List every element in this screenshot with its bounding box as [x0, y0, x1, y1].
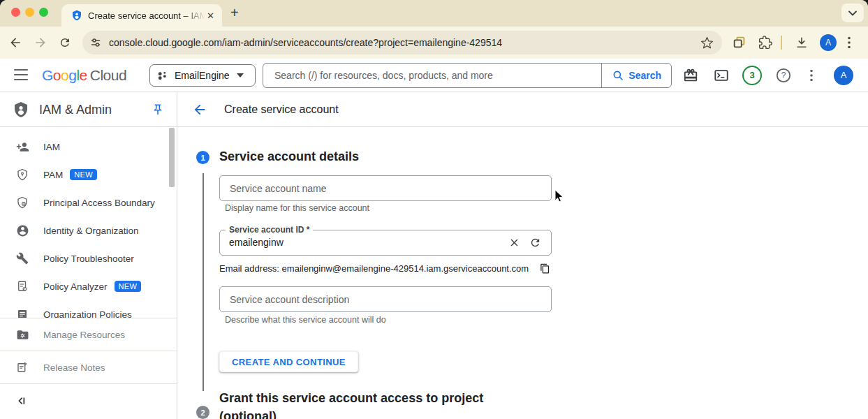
- tab-search-chevron-button[interactable]: [841, 3, 864, 22]
- service-account-name-input[interactable]: [219, 175, 552, 201]
- browser-profile-avatar[interactable]: A: [820, 34, 837, 51]
- tab-title: Create service account – IAM: [88, 10, 205, 21]
- address-bar[interactable]: console.cloud.google.com/iam-admin/servi…: [82, 31, 722, 54]
- project-selector-button[interactable]: EmailEngine: [149, 64, 256, 87]
- sidebar-pinned-section: Manage Resources Release Notes: [0, 318, 177, 419]
- account-avatar[interactable]: A: [834, 66, 853, 85]
- avatar: A: [834, 66, 853, 85]
- iam-admin-shield-icon: [13, 101, 29, 118]
- logo-letter: G: [42, 67, 53, 83]
- iam-admin-panel-header: IAM & Admin: [0, 92, 177, 127]
- window-zoom-button[interactable]: [39, 8, 48, 17]
- step-1-title: Service account details: [219, 149, 359, 164]
- new-badge: NEW: [115, 281, 142, 292]
- copy-icon[interactable]: [540, 263, 550, 274]
- sidebar-item-label: Principal Access Boundary: [43, 198, 155, 208]
- create-service-account-form: 1 Service account details Display name f…: [177, 127, 868, 419]
- bookmark-star-icon[interactable]: [700, 36, 714, 50]
- step-2-title: Grant this service account access to pro…: [219, 389, 568, 419]
- downloads-icon[interactable]: [795, 36, 809, 50]
- page-title: Create service account: [224, 103, 339, 116]
- sidebar-item-identity-organization[interactable]: Identity & Organization: [0, 216, 177, 244]
- browser-tab[interactable]: Create service account – IAM ✕: [61, 4, 222, 27]
- sidebar-scrollbar[interactable]: [169, 128, 175, 187]
- toolbar-divider: [781, 36, 782, 50]
- service-account-id-value[interactable]: emailenginw: [229, 237, 284, 248]
- service-account-id-field[interactable]: Service account ID * emailenginw: [219, 230, 552, 256]
- google-cloud-logo[interactable]: GoogleCloud: [42, 67, 126, 84]
- free-trial-gift-icon[interactable]: [683, 68, 698, 83]
- service-account-description-input[interactable]: [219, 286, 552, 312]
- back-button[interactable]: [8, 36, 22, 50]
- sidebar-item-label: PAM: [43, 170, 63, 180]
- nav-menu-icon[interactable]: [14, 69, 28, 80]
- project-caret-icon: [237, 73, 244, 78]
- page-title-row: Create service account: [177, 92, 868, 127]
- sidebar-item-label: Policy Troubleshooter: [43, 253, 134, 264]
- mouse-cursor: [554, 189, 564, 203]
- sidebar-collapse-row: [0, 384, 177, 418]
- stepper-connector-line: [203, 173, 204, 391]
- create-and-continue-button[interactable]: CREATE AND CONTINUE: [219, 351, 358, 372]
- search-button[interactable]: Search: [601, 64, 671, 87]
- step-1-badge: 1: [196, 151, 209, 164]
- browser-menu-icon[interactable]: [848, 36, 851, 49]
- chevron-down-icon: [848, 10, 857, 16]
- sidebar-nav: IAM PAM NEW Principal Access Boundary Id…: [0, 127, 177, 419]
- sidebar-item-label: Policy Analyzer: [43, 281, 108, 292]
- sidebar-item-label: Release Notes: [43, 362, 105, 373]
- clear-icon[interactable]: [508, 237, 520, 251]
- sidebar-item-label: Identity & Organization: [43, 226, 139, 236]
- reload-button[interactable]: [59, 36, 71, 49]
- collapse-sidebar-icon[interactable]: [15, 395, 27, 406]
- shield-person-icon: [15, 196, 29, 210]
- tab-organizer-icon[interactable]: [732, 35, 747, 50]
- extensions-icon[interactable]: [758, 36, 772, 50]
- sidebar-item-iam[interactable]: IAM: [0, 133, 177, 161]
- back-arrow-icon[interactable]: [192, 102, 207, 117]
- tab-close-icon[interactable]: ✕: [207, 11, 214, 20]
- help-icon[interactable]: ?: [775, 67, 792, 84]
- logo-letter: o: [61, 67, 68, 83]
- notifications-count-badge[interactable]: 3: [742, 66, 762, 85]
- step-2-subtitle: (optional): [219, 409, 277, 419]
- email-address-line: Email address: emailenginw@emailengine-4…: [219, 263, 550, 274]
- iam-favicon-icon: [71, 10, 82, 21]
- window-close-button[interactable]: [11, 8, 20, 17]
- sidebar-item-pam[interactable]: PAM NEW: [0, 161, 177, 189]
- logo-cloud-text: Cloud: [90, 67, 126, 83]
- notification-count: 3: [742, 66, 762, 85]
- cloud-shell-icon[interactable]: [714, 68, 729, 83]
- sidebar-item-policy-analyzer[interactable]: Policy Analyzer NEW: [0, 272, 177, 300]
- console-menu-icon[interactable]: [810, 69, 813, 82]
- sidebar-item-principal-access-boundary[interactable]: Principal Access Boundary: [0, 189, 177, 216]
- search-input[interactable]: [263, 64, 601, 87]
- shield-key-icon: [15, 168, 29, 182]
- pin-icon[interactable]: [152, 103, 164, 116]
- service-account-description-helper: Describe what this service account will …: [225, 315, 386, 325]
- panel-title: IAM & Admin: [39, 103, 152, 117]
- step-2-title-text: Grant this service account access to pro…: [219, 391, 483, 405]
- site-settings-icon[interactable]: [89, 36, 102, 49]
- logo-letter: g: [68, 67, 76, 83]
- sidebar-item-manage-resources[interactable]: Manage Resources: [0, 318, 177, 351]
- sidebar-item-release-notes[interactable]: Release Notes: [0, 351, 177, 383]
- search-icon: [612, 69, 624, 82]
- forward-button[interactable]: [34, 36, 47, 50]
- sidebar-item-label: Manage Resources: [43, 330, 125, 340]
- new-tab-button[interactable]: +: [230, 6, 239, 20]
- doc-gear-icon: [15, 279, 29, 293]
- account-circle-icon: [15, 223, 29, 237]
- service-account-name-helper: Display name for this service account: [225, 203, 369, 213]
- window-minimize-button[interactable]: [25, 8, 34, 17]
- sidebar-item-policy-troubleshooter[interactable]: Policy Troubleshooter: [0, 244, 177, 272]
- panel-header: IAM & Admin Create service account: [0, 92, 868, 127]
- note-edit-icon: [15, 360, 29, 374]
- refresh-icon[interactable]: [529, 237, 541, 251]
- logo-letter: e: [80, 67, 87, 83]
- service-account-id-label: Service account ID *: [226, 225, 313, 235]
- browser-window: Create service account – IAM ✕ + console…: [0, 0, 868, 419]
- person-add-icon: [15, 140, 29, 154]
- console-search-bar[interactable]: Search: [263, 63, 672, 88]
- tab-strip: Create service account – IAM ✕ +: [0, 0, 868, 27]
